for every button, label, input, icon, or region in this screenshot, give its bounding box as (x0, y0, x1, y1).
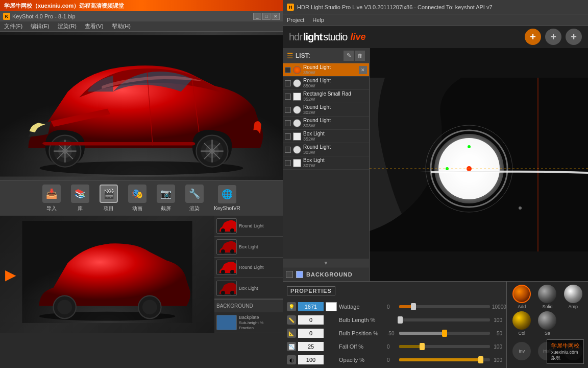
prop-color-swatch[interactable] (326, 302, 337, 311)
light-info-7: Box Light 307W (303, 157, 367, 168)
light-name-6: Round Light (303, 144, 367, 150)
thumb-item-1[interactable]: Round Light (214, 216, 283, 237)
slider-track-bulblength[interactable] (399, 318, 490, 321)
keyshotvr-icon: 🌐 (218, 185, 236, 203)
project-icon: 🎬 (100, 185, 118, 203)
keyshot-window-buttons: _ □ ✕ (253, 13, 280, 20)
slider-fill-bulbposition (399, 332, 445, 335)
prop-row-opacity: ◐ Opacity % 0 100 (287, 353, 502, 366)
keyshot-minimize-btn[interactable]: _ (253, 13, 261, 20)
light-check-4[interactable] (285, 120, 291, 126)
menu-file[interactable]: 文件(F) (4, 22, 22, 30)
add-light-btn-3[interactable]: + (566, 29, 582, 45)
toolbar-import[interactable]: 📥 导入 (42, 185, 61, 212)
banner-text: 学屋牛网校（xuexiniu.com）远程高清视频课堂 (4, 2, 124, 10)
thumb-mini-3 (216, 260, 237, 275)
light-check-0[interactable] (285, 67, 291, 73)
light-item-2[interactable]: Rectangle Small Rad 352W (283, 90, 369, 103)
light-check-3[interactable] (285, 107, 291, 113)
list-scroll-down[interactable]: ▼ (283, 259, 369, 267)
thumb-item-3[interactable]: Round Light (214, 258, 283, 279)
mat-label-amp: Amp (569, 304, 578, 309)
light-item-6[interactable]: Round Light 303W (283, 143, 369, 156)
logo-hdr-text: hdr (289, 31, 302, 43)
toolbar-keyshotvr[interactable]: 🌐 KeyShotVR (214, 185, 240, 211)
thumb-item-2[interactable]: Box Light (214, 237, 283, 258)
light-item-5[interactable]: Box Light 352W (283, 130, 369, 143)
light-check-2[interactable] (285, 94, 291, 100)
prop-slider-bulbposition: -50 50 (387, 331, 502, 336)
screenshot-icon: 📷 (157, 185, 175, 203)
keyshot-thumbnail-side: Round Light Box Light (214, 216, 283, 333)
prop-input-opacity[interactable] (298, 355, 324, 364)
light-watt-3: 302W (303, 110, 367, 115)
mat-btn-inv[interactable]: Inv (512, 342, 531, 360)
mat-sphere-solid[interactable] (538, 285, 556, 303)
mat-sphere-add[interactable] (512, 285, 531, 303)
prop-input-bulbposition[interactable] (298, 329, 324, 338)
keyshot-close-btn[interactable]: ✕ (272, 13, 280, 20)
light-del-0[interactable]: ✕ (359, 66, 367, 74)
import-icon: 📥 (42, 185, 61, 203)
hdr-logo-bar: hdr light studio live + + + (283, 26, 588, 48)
add-light-btn-2[interactable]: + (545, 29, 561, 45)
slider-track-falloff[interactable] (399, 345, 490, 348)
prop-max-bulbposition: 50 (492, 331, 502, 336)
light-item-7[interactable]: Box Light 307W (283, 156, 369, 170)
prop-input-wattage[interactable] (298, 302, 324, 311)
light-info-1: Round Light 850W (303, 78, 367, 88)
keyshot-maximize-btn[interactable]: □ (262, 13, 271, 20)
slider-thumb-falloff[interactable] (420, 343, 425, 350)
light-check-6[interactable] (285, 147, 291, 153)
light-name-0: Round Light (303, 64, 357, 70)
bg-checkbox[interactable] (286, 271, 293, 278)
thumb-mini-1 (216, 218, 237, 234)
list-toolbar: ✎ 🗑 (344, 51, 365, 61)
menu-view[interactable]: 查看(V) (85, 22, 104, 30)
toolbar-animate[interactable]: 🎭 动画 (128, 185, 146, 212)
prop-icon-falloff: 📉 (287, 342, 296, 351)
light-check-1[interactable] (285, 80, 291, 86)
toolbar-render[interactable]: 🔧 渲染 (185, 185, 204, 212)
play-button[interactable]: ▶ (5, 266, 16, 283)
light-check-5[interactable] (285, 133, 291, 140)
slider-track-wattage[interactable] (399, 305, 490, 308)
toolbar-project[interactable]: 🎬 项目 (100, 185, 118, 212)
slider-thumb-wattage[interactable] (411, 303, 416, 310)
light-item-1[interactable]: Round Light 850W (283, 77, 369, 90)
prop-input-bulblength[interactable] (298, 315, 324, 325)
menu-edit[interactable]: 编辑(E) (31, 22, 50, 30)
thumb-text-1: Round Light (239, 223, 264, 228)
light-check-7[interactable] (285, 160, 291, 166)
slider-thumb-bulbposition[interactable] (442, 330, 447, 337)
hdr-viewport[interactable] (370, 48, 588, 281)
mat-sphere-sa[interactable] (538, 311, 556, 330)
prop-icon-opacity: ◐ (287, 355, 296, 364)
light-thumb-5 (293, 132, 301, 141)
hdr-menu-help[interactable]: Help (312, 17, 324, 23)
mat-sphere-col[interactable] (512, 311, 531, 330)
list-edit-btn[interactable]: ✎ (344, 51, 354, 61)
light-item-0[interactable]: Round Light 350W ✕ (283, 63, 369, 77)
toolbar-library[interactable]: 📚 库 (71, 185, 89, 212)
light-item-4[interactable]: Round Light 303W (283, 117, 369, 130)
prop-input-falloff[interactable] (298, 342, 324, 351)
slider-thumb-opacity[interactable] (478, 356, 483, 363)
list-delete-btn[interactable]: 🗑 (355, 51, 365, 61)
light-info-2: Rectangle Small Rad 352W (303, 91, 367, 102)
slider-thumb-bulblength[interactable] (398, 316, 403, 324)
add-light-btn-1[interactable]: + (525, 29, 541, 45)
menu-help[interactable]: 帮助(H) (112, 22, 131, 30)
bg-color-swatch[interactable] (296, 271, 303, 278)
toolbar-screenshot[interactable]: 📷 截屏 (157, 185, 175, 212)
toolbar-import-label: 导入 (46, 205, 57, 212)
mat-sphere-amp[interactable] (564, 285, 582, 303)
list-icon: ☰ (287, 52, 293, 60)
thumb-item-bg[interactable]: Backplate Sub-height % Fraction (214, 312, 283, 333)
light-item-3[interactable]: Round Light 302W (283, 103, 369, 117)
slider-track-bulbposition[interactable] (399, 332, 490, 335)
hdr-menu-project[interactable]: Project (287, 17, 304, 23)
menu-render[interactable]: 渲染(R) (58, 22, 77, 30)
thumb-item-4[interactable]: Box Light (214, 278, 283, 299)
slider-track-opacity[interactable] (399, 358, 490, 361)
